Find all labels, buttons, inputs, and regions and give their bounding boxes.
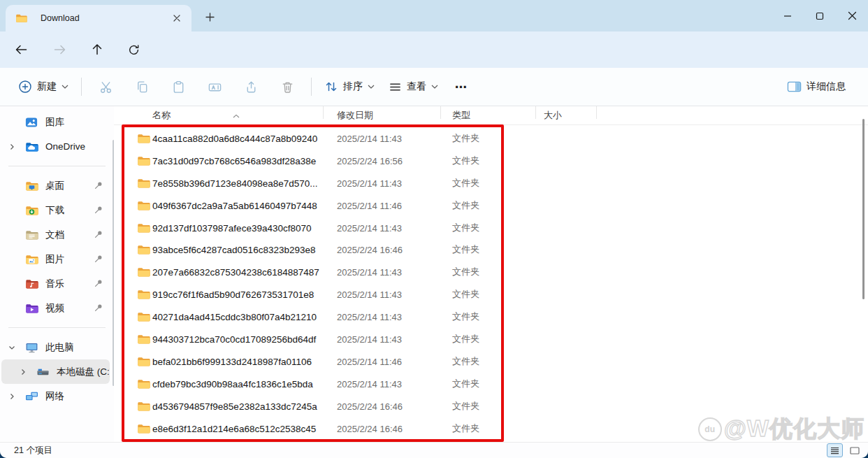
file-name[interactable]: befa021bb6f999133d2418987fa01106	[152, 356, 312, 366]
item-count: 21 个项目	[14, 445, 52, 457]
sidebar-item-label: OneDrive	[45, 141, 110, 152]
thumbnail-view-button[interactable]	[846, 443, 862, 457]
sidebar-item-label: 本地磁盘 (C:)	[57, 366, 110, 378]
onedrive-icon	[25, 141, 40, 152]
minimize-button[interactable]	[772, 0, 804, 31]
file-name[interactable]: 92d137df1037987afece39a430cf8070	[152, 222, 311, 233]
share-icon[interactable]	[238, 74, 264, 99]
maximize-button[interactable]	[804, 0, 836, 31]
file-date-modified: 2025/2/14 11:43	[337, 378, 402, 389]
file-name[interactable]: 4caa11ca882d0a6d8c444c87a8b09240	[152, 133, 317, 143]
file-row[interactable]: 40271da4ad415cddc3b80f07a4b212102025/2/1…	[114, 306, 860, 328]
view-button[interactable]: 查看	[382, 76, 445, 98]
close-button[interactable]	[836, 0, 868, 31]
new-tab-button[interactable]	[201, 8, 219, 26]
more-options-button[interactable]: ⋯	[445, 80, 477, 94]
chevron-right-icon[interactable]	[8, 143, 25, 150]
file-name[interactable]: 7e8558b396d7123e84098ea8e7d570...	[152, 178, 318, 188]
file-row[interactable]: 7ac31d0d97cb768c6546a983df28a38e2025/2/2…	[114, 150, 860, 172]
tab-download[interactable]: Download	[6, 5, 191, 31]
column-header-type[interactable]: 类型	[452, 106, 470, 124]
column-header-size[interactable]: 大小	[544, 106, 562, 124]
details-pane-button[interactable]: 详细信息	[780, 76, 853, 97]
column-header-name[interactable]: 名称	[152, 106, 171, 124]
file-row[interactable]: 93abce5f6c4287cad0516c8323b293e82025/2/2…	[114, 238, 860, 261]
file-name[interactable]: 207e7a66832c875304238c6184887487	[152, 267, 319, 278]
paste-icon[interactable]	[165, 74, 191, 99]
delete-icon[interactable]	[274, 74, 301, 99]
file-row[interactable]: 7e8558b396d7123e84098ea8e7d570...2025/2/…	[114, 172, 860, 194]
column-divider[interactable]	[596, 106, 597, 119]
file-type: 文件夹	[452, 400, 479, 413]
sidebar-item-label: 此电脑	[45, 341, 110, 354]
downloads-folder-icon	[25, 205, 40, 216]
file-name[interactable]: 049f6367dc2a9a7a5ab61460497b7448	[152, 200, 317, 210]
file-row[interactable]: cfdeb79bc3d90b98aa4fc1836c1e5bda2025/2/1…	[114, 373, 860, 395]
chevron-right-icon[interactable]	[8, 393, 25, 400]
file-type: 文件夹	[452, 222, 479, 234]
file-row[interactable]: 944303712bca70c0cd17089256bd64df2025/2/1…	[114, 328, 860, 350]
tab-close-icon[interactable]	[168, 9, 186, 27]
folder-icon	[137, 311, 150, 322]
copy-icon[interactable]	[129, 74, 155, 99]
file-row[interactable]: d4536794857f9e85e2382a133dc7245a2025/2/2…	[114, 395, 860, 417]
rename-icon[interactable]	[201, 74, 228, 99]
chevron-down-icon[interactable]	[8, 344, 25, 351]
file-name[interactable]: 7ac31d0d97cb768c6546a983df28a38e	[152, 155, 316, 166]
column-divider[interactable]	[323, 106, 324, 119]
file-name[interactable]: 919cc76f1f6ad5b90d762673531701e8	[152, 289, 314, 300]
file-date-modified: 2025/2/14 11:43	[337, 289, 402, 300]
sidebar-item-[interactable]: 音乐	[1, 271, 110, 296]
chevron-right-icon[interactable]	[20, 368, 36, 375]
file-name[interactable]: d4536794857f9e85e2382a133dc7245a	[152, 401, 317, 411]
back-arrow-icon[interactable]	[10, 38, 34, 62]
sidebar-item-label: 网络	[45, 390, 110, 403]
navigation-bar: › … 本地磁盘 (C:)›Windows›SoftwareDistributi…	[0, 31, 868, 68]
column-divider[interactable]	[535, 106, 536, 119]
toolbar-divider	[311, 78, 312, 96]
sort-button-label: 排序	[343, 80, 363, 93]
sort-button[interactable]: 排序	[317, 76, 382, 98]
cut-icon[interactable]	[92, 74, 119, 99]
folder-icon	[137, 423, 150, 434]
details-view-button[interactable]	[827, 443, 843, 457]
forward-arrow-icon[interactable]	[48, 38, 71, 62]
file-row[interactable]: 92d137df1037987afece39a430cf80702025/2/1…	[114, 217, 860, 239]
desktop-folder-icon	[25, 180, 40, 192]
up-arrow-icon[interactable]	[85, 38, 109, 62]
sidebar-item-[interactable]: 网络	[1, 384, 110, 408]
sidebar-item-[interactable]: 视频	[1, 296, 110, 320]
file-row[interactable]: 4caa11ca882d0a6d8c444c87a8b092402025/2/1…	[114, 127, 860, 150]
sidebar-item-[interactable]: 此电脑	[1, 335, 110, 359]
sidebar-divider	[8, 327, 106, 328]
toolbar-divider	[81, 78, 82, 96]
list-lines-icon	[389, 80, 402, 94]
column-divider[interactable]	[440, 106, 441, 119]
sidebar-item-[interactable]: 图库	[1, 110, 110, 134]
file-row[interactable]: e8e6d3f12a1d214e6a68c512c2538c452025/2/2…	[114, 417, 860, 440]
sidebar-item-[interactable]: 下载	[1, 198, 110, 222]
file-row[interactable]: 207e7a66832c875304238c61848874872025/2/1…	[114, 261, 860, 283]
refresh-icon[interactable]	[122, 38, 145, 62]
sidebar-item-[interactable]: 文档	[1, 222, 110, 247]
sidebar-item-onedrive[interactable]: OneDrive	[1, 134, 110, 159]
folder-icon	[15, 13, 27, 24]
new-button[interactable]: 新建	[11, 76, 75, 98]
window-controls	[772, 0, 868, 31]
file-name[interactable]: e8e6d3f12a1d214e6a68c512c2538c45	[152, 423, 316, 434]
tab-strip: Download	[0, 0, 868, 31]
column-header-date-modified[interactable]: 修改日期	[337, 106, 373, 124]
sidebar-item-c[interactable]: 本地磁盘 (C:)	[1, 359, 110, 384]
file-row[interactable]: 049f6367dc2a9a7a5ab61460497b74482025/2/1…	[114, 194, 860, 217]
sidebar-item-[interactable]: 桌面	[1, 173, 110, 198]
file-name[interactable]: 93abce5f6c4287cad0516c8323b293e8	[152, 245, 315, 255]
file-name[interactable]: 40271da4ad415cddc3b80f07a4b21210	[152, 312, 317, 322]
file-date-modified: 2025/2/14 11:43	[337, 133, 402, 143]
list-scrollbar[interactable]	[862, 119, 865, 299]
file-name[interactable]: 944303712bca70c0cd17089256bd64df	[152, 334, 316, 344]
file-row[interactable]: befa021bb6f999133d2418987fa011062025/2/1…	[114, 350, 860, 373]
file-row[interactable]: 919cc76f1f6ad5b90d762673531701e82025/2/1…	[114, 283, 860, 306]
sidebar-item-[interactable]: 图片	[1, 247, 110, 271]
file-name[interactable]: cfdeb79bc3d90b98aa4fc1836c1e5bda	[152, 378, 313, 389]
file-date-modified: 2025/2/14 11:43	[337, 267, 402, 278]
